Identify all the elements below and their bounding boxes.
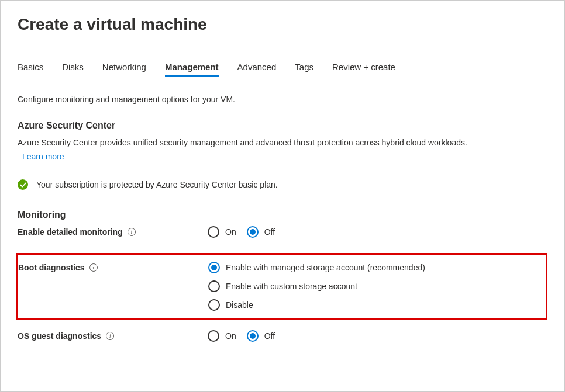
boot-diagnostics-highlight: Boot diagnostics i Enable with managed s… — [16, 253, 547, 320]
os-guest-diagnostics-on[interactable]: On — [208, 330, 236, 342]
security-status-row: Your subscription is protected by Azure … — [18, 179, 547, 190]
os-guest-diagnostics-row: OS guest diagnostics i On Off — [18, 330, 547, 346]
info-icon[interactable]: i — [106, 332, 114, 340]
boot-diagnostics-label: Boot diagnostics — [18, 263, 85, 272]
learn-more-link[interactable]: Learn more — [22, 152, 64, 161]
check-icon — [18, 179, 28, 190]
info-icon[interactable]: i — [128, 228, 136, 236]
detailed-monitoring-label: Enable detailed monitoring — [18, 227, 123, 237]
radio-icon — [247, 330, 259, 342]
tab-tags[interactable]: Tags — [295, 62, 313, 77]
radio-icon — [208, 262, 220, 273]
radio-icon — [208, 330, 219, 342]
radio-label-custom: Enable with custom storage account — [226, 282, 357, 291]
radio-icon — [247, 226, 259, 238]
tab-basics[interactable]: Basics — [18, 62, 43, 77]
radio-label-managed: Enable with managed storage account (rec… — [226, 263, 425, 272]
info-icon[interactable]: i — [89, 263, 98, 272]
security-description: Azure Security Center provides unified s… — [18, 137, 547, 149]
boot-diagnostics-row: Boot diagnostics i Enable with managed s… — [18, 262, 540, 311]
detailed-monitoring-off[interactable]: Off — [247, 226, 275, 238]
page-description: Configure monitoring and management opti… — [18, 95, 547, 104]
os-guest-diagnostics-label: OS guest diagnostics — [18, 331, 101, 341]
radio-label-disable: Disable — [226, 300, 253, 310]
radio-label-off: Off — [264, 227, 275, 237]
radio-icon — [208, 299, 220, 311]
tab-disks[interactable]: Disks — [62, 62, 84, 77]
radio-label-on: On — [225, 227, 236, 237]
tab-review-create[interactable]: Review + create — [332, 62, 395, 77]
radio-label-off: Off — [264, 331, 275, 341]
boot-diagnostics-managed[interactable]: Enable with managed storage account (rec… — [208, 262, 425, 273]
os-guest-diagnostics-off[interactable]: Off — [247, 330, 275, 342]
os-guest-diagnostics-options: On Off — [208, 330, 275, 342]
security-description-text: Azure Security Center provides unified s… — [18, 138, 467, 147]
tab-management[interactable]: Management — [165, 62, 219, 77]
detailed-monitoring-options: On Off — [208, 226, 275, 238]
radio-label-on: On — [225, 331, 236, 341]
boot-diagnostics-disable[interactable]: Disable — [208, 299, 253, 311]
security-heading: Azure Security Center — [18, 120, 547, 131]
tab-bar: Basics Disks Networking Management Advan… — [18, 62, 547, 77]
tab-advanced[interactable]: Advanced — [237, 62, 277, 77]
detailed-monitoring-on[interactable]: On — [208, 226, 236, 238]
page-title: Create a virtual machine — [18, 15, 547, 34]
tab-networking[interactable]: Networking — [102, 62, 146, 77]
radio-icon — [208, 226, 219, 238]
boot-diagnostics-options: Enable with managed storage account (rec… — [208, 262, 425, 311]
detailed-monitoring-row: Enable detailed monitoring i On Off — [18, 226, 547, 242]
radio-icon — [208, 280, 220, 292]
security-status-text: Your subscription is protected by Azure … — [36, 180, 278, 189]
monitoring-heading: Monitoring — [18, 210, 547, 220]
boot-diagnostics-custom[interactable]: Enable with custom storage account — [208, 280, 357, 292]
